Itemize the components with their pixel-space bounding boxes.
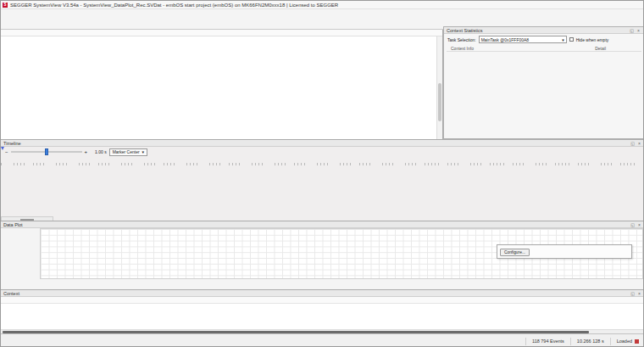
systemview-window: S SEGGER SystemView V3.54a - SystemView_… (0, 0, 644, 347)
timeline-mode-dropdown[interactable]: Marker Center ▾ (109, 148, 147, 156)
data-plot-title-bar: Data Plot ◱ × (1, 221, 644, 228)
timeline-marker-flag[interactable] (1, 147, 4, 150)
events-scrollbar[interactable] (436, 36, 442, 139)
hide-when-empty-label: Hide when empty (576, 37, 609, 42)
menu-bar (1, 9, 644, 19)
window-title: SEGGER SystemView V3.54a - SystemView_Da… (10, 3, 338, 8)
context-statistics-panel: Context Statistics ◱ × Task Selection: M… (443, 26, 644, 139)
float-panel-icon[interactable]: ◱ (628, 28, 636, 33)
zoom-slider-thumb[interactable] (45, 148, 48, 155)
app-logo-icon: S (3, 3, 8, 8)
context-title: Context (3, 291, 19, 296)
close-panel-icon[interactable]: × (636, 222, 642, 227)
stats-col-context-info: Context Info (447, 46, 474, 51)
hide-when-empty-checkbox[interactable] (569, 37, 574, 42)
stats-columns-header: Context Info Detail (447, 45, 641, 52)
title-bar: S SEGGER SystemView V3.54a - SystemView_… (1, 1, 644, 9)
configure-button[interactable]: Configure... (500, 249, 530, 256)
ruler-ticks (1, 163, 644, 166)
float-panel-icon[interactable]: ◱ (629, 291, 636, 296)
context-panel: Context ◱ × (1, 289, 644, 333)
data-plot-title: Data Plot (3, 222, 23, 227)
timeline-mode-value: Marker Center (113, 149, 140, 154)
status-events-count: 118 794 Events (525, 338, 570, 345)
chevron-down-icon: ▾ (142, 149, 145, 154)
close-panel-icon[interactable]: × (636, 28, 641, 33)
zoom-out-button[interactable]: − (5, 149, 8, 154)
timeline-title: Timeline (3, 141, 21, 146)
context-title-bar: Context ◱ × (1, 290, 644, 297)
status-state: Loaded (610, 338, 644, 345)
stats-col-detail: Detail (595, 46, 641, 51)
plot-legend: Configure... (497, 244, 632, 259)
status-state-label: Loaded (617, 339, 632, 344)
events-panel (1, 30, 443, 139)
task-selection-dropdown[interactable]: MainTask @0x1FFF00A8 ▾ (479, 36, 567, 43)
timeline-panel: Timeline ◱ × − + 1.00 s Marker Center ▾ (1, 139, 644, 221)
context-statistics-title: Context Statistics (447, 28, 483, 33)
data-plot-panel: Data Plot ◱ × Configure... (1, 221, 644, 289)
float-panel-icon[interactable]: ◱ (629, 222, 636, 227)
recording-stopped-icon (635, 339, 639, 344)
status-bar: 118 794 Events 10.266 128 s Loaded (1, 333, 644, 347)
task-selection-value: MainTask @0x1FFF00A8 (481, 37, 529, 42)
task-selection-row: Task Selection: MainTask @0x1FFF00A8 ▾ H… (444, 34, 644, 45)
close-panel-icon[interactable]: × (636, 141, 642, 146)
events-list (1, 36, 436, 139)
zoom-in-button[interactable]: + (85, 149, 88, 154)
timeline-ruler[interactable] (1, 158, 644, 165)
status-recording-time: 10.266 128 s (570, 338, 610, 345)
context-table-header (1, 297, 644, 304)
task-selection-label: Task Selection: (447, 37, 476, 42)
close-panel-icon[interactable]: × (636, 291, 642, 296)
zoom-slider[interactable] (11, 151, 82, 153)
float-panel-icon[interactable]: ◱ (629, 141, 636, 146)
chevron-down-icon: ▾ (562, 37, 564, 42)
context-statistics-title-bar: Context Statistics ◱ × (444, 27, 644, 34)
timeline-toolbar: − + 1.00 s Marker Center ▾ (1, 146, 644, 158)
events-header (1, 30, 442, 36)
zoom-level-value: 1.00 s (95, 149, 107, 154)
events-scrollbar-thumb[interactable] (438, 83, 441, 121)
